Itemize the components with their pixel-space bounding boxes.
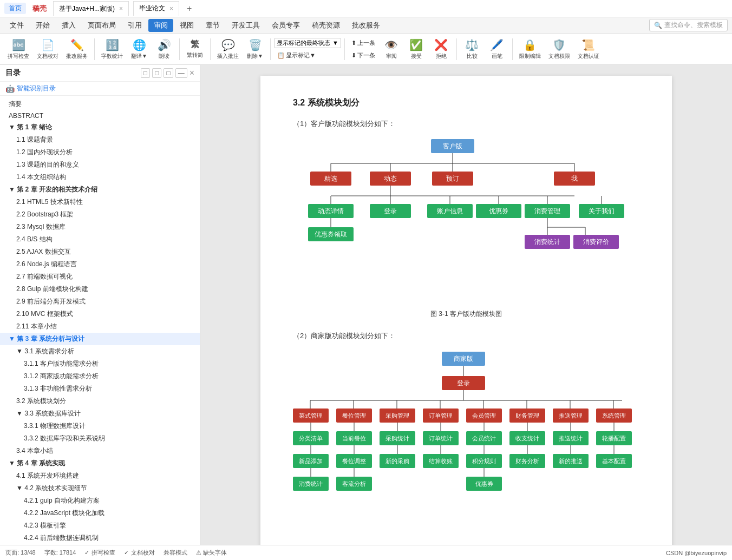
sidebar-collapse-btn[interactable]: □: [141, 68, 150, 78]
toc-item-3-1-1[interactable]: 3.1.1 客户版功能需求分析: [0, 358, 200, 370]
toc-item-1-2[interactable]: 1.2 国内外现状分析: [0, 146, 200, 159]
word-count-icon: 🔢: [106, 38, 119, 51]
review-button[interactable]: 👁️ 审阅: [380, 36, 403, 62]
doc-compare-button[interactable]: 📄 文档校对: [34, 36, 62, 62]
draw-button[interactable]: 🖊️ 画笔: [485, 36, 509, 62]
sidebar-expand-btn[interactable]: □: [152, 68, 161, 78]
add-comment-icon: 💬: [221, 38, 235, 51]
restrict-edit-button[interactable]: 🔒 限制编辑: [516, 36, 544, 62]
doc-auth-button[interactable]: 📜 文档认证: [574, 36, 603, 62]
toc-item-2-4[interactable]: 2.4 B/S 结构: [0, 233, 200, 246]
menu-file[interactable]: 文件: [4, 19, 29, 32]
toc-item-3-3[interactable]: ▼ 3.3 系统数据库设计: [0, 407, 200, 420]
toc-item-4-2[interactable]: ▼ 4.2 系统技术实现细节: [0, 482, 200, 495]
toc-item-1-4[interactable]: 1.4 本文组织结构: [0, 171, 200, 183]
delete-comment-button[interactable]: 🗑️ 删除▼: [243, 36, 267, 62]
toc-item-2-11[interactable]: 2.11 本章小结: [0, 320, 200, 333]
svg-text:预订: 预订: [446, 175, 459, 182]
toc-item-2-5[interactable]: 2.5 AJAX 数据交互: [0, 246, 200, 258]
menu-layout[interactable]: 页面布局: [82, 19, 121, 32]
toc-item-3-1-3[interactable]: 3.1.3 非功能性需求分析: [0, 383, 200, 395]
toc-item-abstract-cn[interactable]: 摘要: [0, 98, 200, 110]
menu-review[interactable]: 审阅: [148, 19, 173, 32]
toc-item-3-2[interactable]: 3.2 系统模块划分: [0, 395, 200, 407]
status-selector[interactable]: 显示标记的最终状态 ▼: [274, 38, 341, 48]
translate-button[interactable]: 🌐 翻译▼: [127, 36, 151, 62]
batch-edit-button[interactable]: ✏️ 批改服务: [63, 36, 91, 62]
toc-item-4-2-1[interactable]: 4.2.1 gulp 自动化构建方案: [0, 495, 200, 507]
toc-item-3-3-2[interactable]: 3.3.2 数据库字段和关系说明: [0, 432, 200, 445]
svg-text:财务分析: 财务分析: [515, 458, 539, 464]
toc-item-3-1-2[interactable]: 3.1.2 商家版功能需求分析: [0, 370, 200, 383]
toc-item-ch4[interactable]: ▼ 第 4 章 系统实现: [0, 457, 200, 470]
read-aloud-label: 朗读: [159, 52, 169, 60]
sidebar-minus-btn[interactable]: —: [175, 68, 187, 78]
smart-detect-button[interactable]: 🤖 智能识别目录: [5, 84, 56, 93]
toc-item-2-8[interactable]: 2.8 Gulp 前端模块化构建: [0, 283, 200, 295]
title-bar: 首页 稿壳 基于Java+H...家版) × 毕业论文 × +: [0, 0, 732, 17]
menu-search-box[interactable]: 🔍 查找命令、搜索模板: [649, 19, 728, 31]
svg-text:优惠券: 优惠券: [489, 207, 508, 215]
toc-item-3-1[interactable]: ▼ 3.1 系统需求分析: [0, 345, 200, 358]
menu-reference[interactable]: 引用: [122, 19, 147, 32]
spell-check-icon-status: ✓: [84, 549, 89, 556]
toc-item-ch1[interactable]: ▼ 第 1 章 绪论: [0, 121, 200, 134]
trad-simp-button[interactable]: 繁 繁转简: [183, 37, 207, 61]
menu-vip[interactable]: 会员专享: [266, 19, 305, 32]
read-aloud-button[interactable]: 🔊 朗读: [152, 36, 176, 62]
menu-view[interactable]: 视图: [174, 19, 199, 32]
toc-item-4-2-2[interactable]: 4.2.2 JavaScript 模块化加载: [0, 507, 200, 519]
menu-correction[interactable]: 批改服务: [347, 19, 385, 32]
menu-chapter[interactable]: 章节: [200, 19, 225, 32]
toc-item-2-1[interactable]: 2.1 HTML5 技术新特性: [0, 196, 200, 208]
add-tab-button[interactable]: +: [184, 4, 195, 14]
menu-bar: 文件 开始 插入 页面布局 引用 审阅 视图 章节 开发工具 会员专享 稿壳资源…: [0, 17, 732, 34]
spell-check-button[interactable]: 🔤 拼写检查: [4, 36, 32, 62]
prev-change-button[interactable]: ⬆ 上一条: [348, 38, 378, 48]
doc-tab-close[interactable]: ×: [119, 5, 123, 12]
toc-item-2-2[interactable]: 2.2 Bootstrap3 框架: [0, 208, 200, 221]
toc-item-2-9[interactable]: 2.9 前后端分离开发模式: [0, 295, 200, 308]
toc-item-abstract-en[interactable]: ABSTRACT: [0, 110, 200, 121]
sidebar-add-btn[interactable]: □: [164, 68, 173, 78]
doc-check-status[interactable]: ✓ 文档校对: [124, 549, 155, 557]
menu-devtools[interactable]: 开发工具: [226, 19, 265, 32]
svg-text:积分规则: 积分规则: [472, 458, 496, 464]
toc-item-4-2-5[interactable]: 4.2.5 响应式设计实现: [0, 544, 200, 545]
menu-start[interactable]: 开始: [30, 19, 55, 32]
toc-item-4-2-3[interactable]: 4.2.3 模板引擎: [0, 519, 200, 532]
reject-button[interactable]: ❌ 拒绝: [429, 36, 453, 62]
toc-item-1-1[interactable]: 1.1 课题背景: [0, 134, 200, 146]
thesis-tab-close[interactable]: ×: [169, 5, 173, 12]
toc-item-3-4[interactable]: 3.4 本章小结: [0, 445, 200, 457]
doc-rights-button[interactable]: 🛡️ 文档权限: [545, 36, 573, 62]
toc-item-2-7[interactable]: 2.7 前端数据可视化: [0, 271, 200, 283]
toc-item-ch3[interactable]: ▼ 第 3 章 系统分析与设计: [0, 333, 200, 345]
reject-icon: ❌: [434, 38, 448, 51]
menu-resources[interactable]: 稿壳资源: [306, 19, 345, 32]
toc-item-2-3[interactable]: 2.3 Mysql 数据库: [0, 221, 200, 233]
toc-item-4-2-4[interactable]: 4.2.4 前后端数据连调机制: [0, 532, 200, 544]
toc-item-2-6[interactable]: 2.6 Node.js 编程语言: [0, 258, 200, 271]
toc-item-4-1[interactable]: 4.1 系统开发环境搭建: [0, 470, 200, 482]
toc-item-1-3[interactable]: 1.3 课题的目的和意义: [0, 159, 200, 171]
svg-text:消费统计: 消费统计: [299, 480, 323, 487]
spell-check-status[interactable]: ✓ 拼写检查: [84, 549, 115, 557]
accept-label: 接受: [411, 52, 422, 60]
toc-item-3-3-1[interactable]: 3.3.1 物理数据库设计: [0, 420, 200, 432]
display-markup-button[interactable]: 📋 显示标记▼: [274, 50, 341, 61]
add-comment-button[interactable]: 💬 插入批注: [214, 36, 242, 62]
review-icon: 👁️: [384, 38, 398, 51]
toc-item-2-10[interactable]: 2.10 MVC 框架模式: [0, 308, 200, 320]
doc-tab[interactable]: 基于Java+H...家版) ×: [53, 1, 129, 16]
menu-insert[interactable]: 插入: [56, 19, 81, 32]
thesis-tab[interactable]: 毕业论文 ×: [133, 1, 179, 16]
toc-item-ch2[interactable]: ▼ 第 2 章 开发的相关技术介绍: [0, 183, 200, 196]
sidebar-close-button[interactable]: ×: [189, 68, 194, 78]
sep4: [270, 38, 271, 60]
word-count-button[interactable]: 🔢 字数统计: [98, 36, 126, 62]
compare-button[interactable]: ⚖️ 比较: [460, 36, 484, 62]
home-tab[interactable]: 首页: [4, 3, 26, 14]
accept-button[interactable]: ✅ 接受: [404, 36, 428, 62]
next-change-button[interactable]: ⬇ 下一条: [348, 50, 378, 61]
